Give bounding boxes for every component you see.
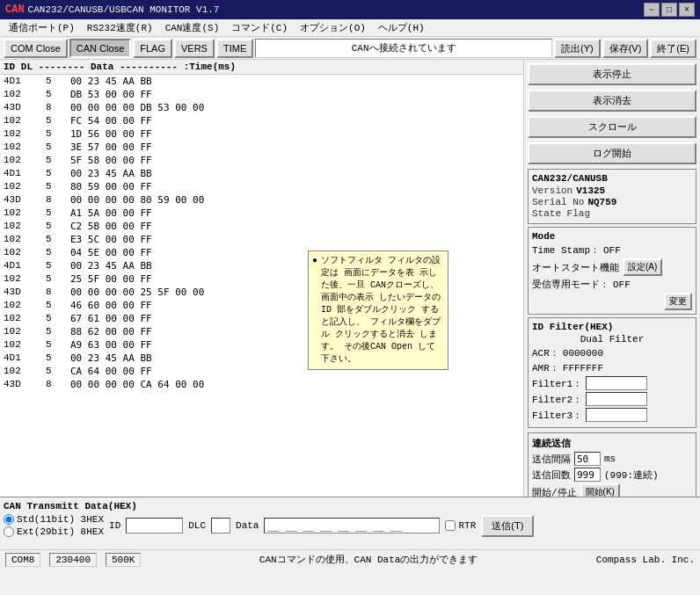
exit-button[interactable]: 終了(E) (650, 39, 696, 58)
serial-label: Serial No (532, 197, 584, 207)
row-data: 00 23 45 AA BB (70, 168, 246, 179)
filter2-input[interactable] (586, 392, 647, 406)
filter1-row: Filter1： (532, 376, 692, 390)
rtr-checkbox[interactable] (445, 520, 456, 531)
version-row: Version V1325 (532, 185, 692, 196)
row-id: 102 (4, 181, 39, 192)
ext-radio[interactable] (4, 526, 14, 537)
row-dl: 5 (46, 352, 63, 364)
row-id: 102 (4, 313, 39, 324)
row-dl: 5 (46, 247, 63, 258)
minimize-button[interactable]: － (644, 3, 660, 17)
status-bar: COM8 230400 500K CANコマンドの使用、CAN Dataの出力が… (0, 549, 700, 569)
row-dl: 5 (46, 141, 63, 153)
filter3-input[interactable] (586, 408, 647, 422)
scroll-button[interactable]: スクロール (528, 116, 696, 138)
receive-only-row: 受信専用モード： OFF (532, 278, 692, 291)
port-status: COM8 (5, 553, 40, 567)
table-row: 102 5 DB 53 00 00 FF (0, 88, 523, 101)
row-data: C2 5B 00 00 FF (70, 221, 246, 232)
row-data: 00 00 00 00 80 59 00 00 (70, 194, 246, 206)
menu-options[interactable]: オプション(O) (295, 20, 371, 35)
data-scroll-area[interactable]: 4D1 5 00 23 45 AA BB102 5 DB 53 00 00 FF… (0, 75, 523, 497)
row-dl: 5 (46, 76, 63, 87)
row-id: 102 (4, 273, 39, 285)
dlc-input[interactable] (211, 518, 230, 533)
tooltip-text: ソフトフィルタ フィルタの設定は 画面にデータを表 示した後、一旦 CANクロー… (321, 255, 444, 366)
id-input[interactable] (126, 518, 183, 533)
transmit-title: CAN Transmitt Data(HEX) (4, 501, 696, 512)
menu-rs232[interactable]: RS232速度(R) (82, 20, 158, 35)
left-panel: ID DL -------- Data ---------- :Time(ms)… (0, 60, 524, 497)
log-start-button[interactable]: ログ開始 (528, 142, 696, 164)
can-close-button[interactable]: CAN Close (69, 39, 131, 58)
data-label: Data (236, 520, 259, 531)
connection-status: CANへ接続されています (255, 39, 552, 58)
change-btn[interactable]: 変更 (664, 293, 692, 310)
maximize-button[interactable]: □ (661, 3, 677, 17)
transmit-area: CAN Transmitt Data(HEX) Std(11bit) 3HEX … (0, 497, 700, 549)
start-stop-label: 開始/停止 (532, 486, 577, 497)
row-data: 67 61 00 00 FF (70, 313, 246, 324)
interval-input[interactable] (574, 452, 601, 466)
row-data: 00 23 45 AA BB (70, 352, 246, 364)
interval-row: 送信間隔 ms (532, 452, 692, 466)
row-dl: 5 (46, 234, 63, 245)
row-data: 5F 58 00 00 FF (70, 155, 246, 166)
row-data: 00 00 00 00 CA 64 00 00 (70, 379, 246, 390)
close-window-button[interactable]: × (679, 3, 695, 17)
flag-button[interactable]: FLAG (133, 39, 172, 58)
row-data: 88 62 00 00 FF (70, 326, 246, 337)
menu-port[interactable]: 通信ポート(P) (4, 20, 80, 35)
table-row: 102 5 1D 56 00 00 FF (0, 127, 523, 141)
clear-display-button[interactable]: 表示消去 (528, 90, 696, 112)
title-bar: CAN CAN232/CANUSB/USBCAN MONITOR V1.7 － … (0, 0, 700, 19)
data-input[interactable] (264, 518, 440, 533)
count-note: (999:連続) (604, 468, 659, 482)
row-dl: 5 (46, 326, 63, 337)
acr-row: ACR： 0000000 (532, 346, 692, 359)
stop-display-button[interactable]: 表示停止 (528, 63, 696, 85)
table-row: 43D 8 00 00 00 00 CA 64 00 00 (0, 378, 523, 391)
serial-row: Serial No NQ759 (532, 197, 692, 207)
row-data: A1 5A 00 00 FF (70, 207, 246, 219)
data-header: ID DL -------- Data ---------- :Time(ms) (0, 60, 523, 75)
row-dl: 5 (46, 300, 63, 311)
table-row: 102 5 A1 5A 00 00 FF (0, 207, 523, 220)
filter1-input[interactable] (586, 376, 647, 390)
tooltip-bullet-icon: ● (312, 255, 317, 366)
row-data: CA 64 00 00 FF (70, 366, 246, 377)
read-button[interactable]: 読出(Y) (554, 39, 601, 58)
row-data: 1D 56 00 00 FF (70, 128, 246, 140)
row-data: A9 63 00 00 FF (70, 339, 246, 351)
row-data: 04 5E 00 00 FF (70, 247, 246, 258)
table-row: 43D 8 00 00 00 00 DB 53 00 00 (0, 101, 523, 114)
title-bar-buttons: － □ × (644, 3, 695, 17)
mode-title: Mode (532, 231, 692, 242)
device-info-section: CAN232/CANUSB Version V1325 Serial No NQ… (528, 169, 696, 224)
save-button[interactable]: 保存(V) (602, 39, 649, 58)
main-area: ID DL -------- Data ---------- :Time(ms)… (0, 60, 700, 497)
start-btn[interactable]: 開始(K) (580, 483, 620, 497)
right-panel: 表示停止 表示消去 スクロール ログ開始 CAN232/CANUSB Versi… (524, 60, 700, 497)
row-id: 43D (4, 379, 39, 390)
com-close-button[interactable]: COM Close (4, 39, 68, 58)
std-radio[interactable] (4, 514, 14, 525)
menu-command[interactable]: コマンド(C) (226, 20, 293, 35)
timestamp-label: Time Stamp： (532, 243, 600, 257)
ext-radio-label: Ext(29bit) 8HEX (17, 526, 104, 537)
row-dl: 5 (46, 273, 63, 285)
vers-button[interactable]: VERS (174, 39, 215, 58)
menu-can-speed[interactable]: CAN速度(S) (160, 20, 225, 35)
std-radio-label: Std(11bit) 3HEX (17, 514, 104, 525)
autostart-btn[interactable]: 設定(A) (623, 258, 662, 276)
table-row: 102 5 E3 5C 00 00 FF (0, 233, 523, 246)
menu-help[interactable]: ヘルプ(H) (373, 20, 430, 35)
row-dl: 5 (46, 155, 63, 166)
count-input[interactable] (574, 468, 601, 482)
row-id: 102 (4, 366, 39, 377)
time-button[interactable]: TIME (216, 39, 253, 58)
tooltip-box: ● ソフトフィルタ フィルタの設定は 画面にデータを表 示した後、一旦 CANク… (308, 250, 448, 370)
send-button[interactable]: 送信(T) (481, 515, 534, 537)
baud-status: 230400 (49, 553, 97, 567)
